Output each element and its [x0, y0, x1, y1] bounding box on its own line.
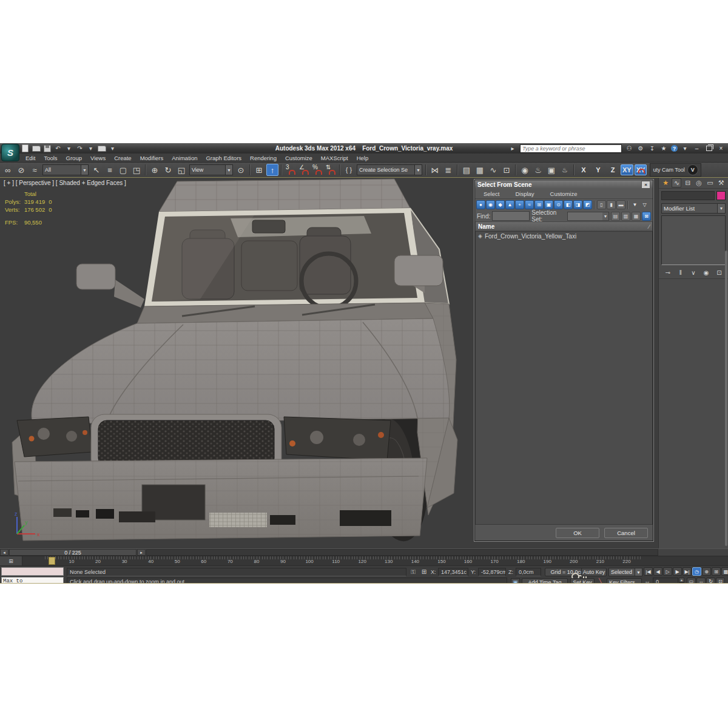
application-menu-button[interactable]: S	[1, 144, 19, 161]
dialog-menu-select[interactable]: Select	[480, 190, 503, 197]
tab-utilities[interactable]: ⚒	[716, 178, 726, 187]
menu-item-graph-editors[interactable]: Graph Editors	[202, 155, 245, 161]
current-frame-field[interactable]: 0	[653, 578, 678, 584]
restrict-z-button[interactable]: Z	[606, 164, 619, 175]
project-folder-icon[interactable]	[97, 144, 106, 152]
display-geometry-icon[interactable]: ●	[476, 200, 485, 209]
dialog-menu-customize[interactable]: Customize	[547, 190, 581, 197]
menu-item-rendering[interactable]: Rendering	[246, 155, 280, 161]
scene-object-list[interactable]: ◈ Ford_Crown_Victoria_Yellow_Taxi	[475, 231, 653, 525]
previous-frame-arrow[interactable]: ◂	[0, 549, 8, 556]
add-time-tag[interactable]: Add Time Tag	[522, 578, 568, 584]
curve-editor-icon[interactable]: ∿	[487, 164, 499, 176]
align-icon[interactable]: ≣	[442, 164, 454, 176]
snaps-toggle-3d-icon[interactable]: 3	[285, 164, 297, 176]
spinner-snap-toggle-icon[interactable]: ⇅	[325, 164, 337, 176]
open-file-icon[interactable]	[32, 144, 41, 152]
edit-named-selection-sets-icon[interactable]: { }	[343, 164, 355, 176]
percent-snap-toggle-icon[interactable]: %	[311, 164, 323, 176]
go-to-start-button[interactable]: |◀	[644, 567, 653, 576]
display-containers-icon[interactable]: ◧	[564, 200, 573, 209]
auto-key-button[interactable]: Auto Key	[581, 568, 607, 576]
chevron-down-icon[interactable]: ▼	[602, 212, 608, 220]
mirror-icon[interactable]: ⋈	[429, 164, 441, 176]
zoom-button[interactable]: ⊕	[702, 567, 711, 576]
key-selection-dropdown[interactable]: Selected ▼	[608, 568, 642, 576]
object-color-swatch[interactable]	[716, 191, 726, 200]
undo-caret-icon[interactable]: ▾	[64, 144, 73, 152]
restrict-y-button[interactable]: Y	[592, 164, 605, 175]
display-dependents-icon[interactable]: ▬	[616, 200, 625, 209]
isolate-selection-icon[interactable]: ▣	[511, 578, 520, 584]
camera-tool-toolbar[interactable]: uty Cam ToolV	[650, 163, 701, 177]
close-button[interactable]: ×	[716, 145, 726, 152]
find-input[interactable]	[492, 211, 530, 221]
modifier-stack[interactable]	[661, 215, 726, 265]
next-frame-button[interactable]: ▶	[673, 567, 682, 576]
dialog-title-bar[interactable]: Select From Scene ×	[475, 180, 653, 189]
menu-item-modifiers[interactable]: Modifiers	[136, 155, 167, 161]
save-file-icon[interactable]	[42, 144, 52, 152]
display-influences-icon[interactable]: ▮	[607, 200, 616, 209]
modifier-list-dropdown[interactable]: Modifier List ▼	[661, 203, 726, 214]
x-coordinate-field[interactable]: 147,3451c	[438, 568, 468, 576]
undo-icon[interactable]: ↶	[53, 144, 62, 152]
object-name-field[interactable]	[661, 191, 715, 200]
make-unique-icon[interactable]: ∨	[689, 268, 698, 277]
pan-button[interactable]: ↔	[696, 578, 706, 584]
time-slider-track[interactable]	[146, 549, 658, 556]
chevron-down-icon[interactable]: ▼	[414, 165, 422, 175]
menu-item-views[interactable]: Views	[87, 155, 109, 161]
mini-curve-editor-button[interactable]: ⊞	[0, 556, 22, 565]
maxscript-mini-listener[interactable]: Max to	[1, 577, 64, 584]
select-by-name-icon[interactable]: ≡	[104, 164, 116, 176]
search-flyout-icon[interactable]: ▸	[508, 145, 517, 152]
zoom-extents-all-button[interactable]: ▩	[721, 567, 728, 576]
window-crossing-toggle-icon[interactable]: ◳	[130, 164, 143, 176]
communication-center-icon[interactable]: ⚇	[625, 145, 633, 152]
menu-item-help[interactable]: Help	[353, 155, 372, 161]
menu-item-group[interactable]: Group	[62, 155, 86, 161]
previous-frame-button[interactable]: ◀	[653, 567, 662, 576]
reference-coordinate-dropdown[interactable]: View▼	[189, 164, 233, 175]
tab-modify[interactable]: ∿	[672, 178, 681, 187]
name-column-header[interactable]: Name ∕	[475, 221, 653, 231]
show-end-result-icon[interactable]: ‖	[676, 268, 685, 277]
menu-item-animation[interactable]: Animation	[168, 155, 201, 161]
display-hidden-icon[interactable]: ◩	[583, 200, 592, 209]
frame-spinner[interactable]: ▲▼	[679, 578, 684, 584]
restore-button[interactable]	[704, 145, 713, 152]
favorites-star-icon[interactable]: ★	[659, 145, 668, 152]
z-coordinate-field[interactable]: 0,0cm	[516, 568, 541, 576]
remove-modifier-icon[interactable]: ◉	[702, 268, 711, 277]
orbit-button[interactable]: ↻	[706, 578, 715, 584]
rendered-frame-window-icon[interactable]: ▣	[545, 164, 558, 176]
object-name[interactable]: Ford_Crown_Victoria_Yellow_Taxi	[485, 233, 576, 240]
play-button[interactable]: ▷	[663, 567, 672, 576]
menu-item-edit[interactable]: Edit	[22, 155, 39, 161]
create-selection-set-icon[interactable]: ▤	[611, 212, 620, 221]
select-and-scale-icon[interactable]: ◱	[175, 164, 187, 176]
chevron-down-icon[interactable]: ▼	[81, 165, 88, 175]
angle-snap-toggle-icon[interactable]: ∠	[298, 164, 310, 176]
key-mode-toggle-icon[interactable]: ⇔	[643, 578, 652, 584]
layer-manager-icon[interactable]: ▤	[460, 164, 473, 176]
keyboard-shortcut-override-icon[interactable]: ↑	[266, 164, 278, 176]
menu-item-maxscript[interactable]: MAXScript	[317, 155, 352, 161]
macro-recorder-line[interactable]	[1, 567, 64, 576]
list-item[interactable]: ◈ Ford_Crown_Victoria_Yellow_Taxi	[476, 232, 652, 240]
display-helpers-icon[interactable]: +	[515, 200, 524, 209]
named-selection-sets-dropdown[interactable]: Create Selection Se▼	[357, 164, 422, 175]
display-frozen-icon[interactable]: ◨	[573, 200, 582, 209]
maximize-viewport-toggle-button[interactable]: ⊡	[716, 578, 725, 584]
chevron-down-icon[interactable]: ▼	[717, 204, 725, 213]
display-cameras-icon[interactable]: ▲	[505, 200, 514, 209]
display-lights-icon[interactable]: ◆	[496, 200, 505, 209]
display-xrefs-icon[interactable]: ▣	[544, 200, 553, 209]
material-editor-icon[interactable]: ◉	[519, 164, 531, 176]
select-and-move-icon[interactable]: ⊕	[149, 164, 161, 176]
select-object-icon[interactable]: ↖	[90, 164, 103, 176]
dialog-menu-display[interactable]: Display	[511, 190, 538, 197]
ok-button[interactable]: OK	[556, 528, 599, 538]
redo-icon[interactable]: ↷	[75, 144, 84, 152]
